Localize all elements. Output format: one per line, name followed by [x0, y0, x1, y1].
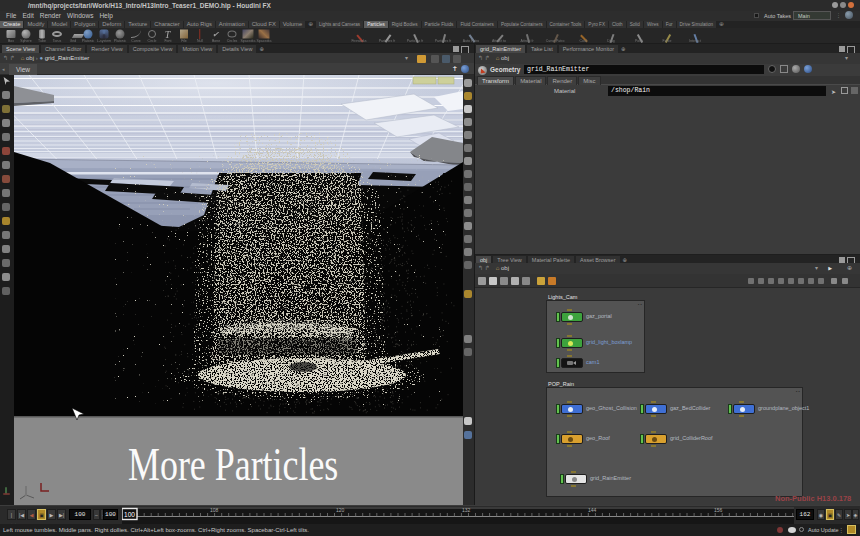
svg-text:100: 100	[124, 511, 135, 518]
svg-text:108: 108	[210, 507, 219, 513]
svg-text:156: 156	[714, 507, 723, 513]
svg-text:120: 120	[336, 507, 345, 513]
svg-text:More Particles: More Particles	[128, 439, 338, 490]
svg-text:144: 144	[588, 507, 597, 513]
svg-text:132: 132	[462, 507, 471, 513]
